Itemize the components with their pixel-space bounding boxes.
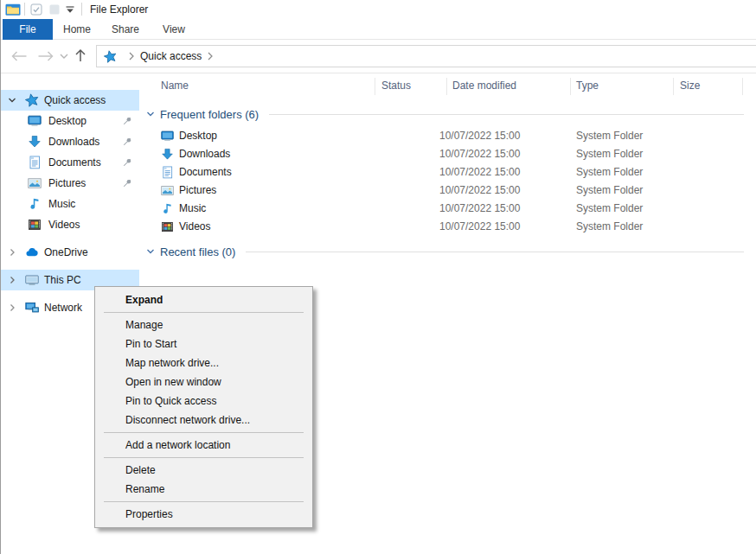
tab-share[interactable]: Share: [101, 19, 150, 40]
file-row-documents[interactable]: Documents 10/07/2022 15:00 System Folder: [142, 163, 756, 181]
column-divider[interactable]: [446, 78, 447, 95]
downloads-icon: [161, 148, 174, 161]
videos-icon: [28, 218, 42, 232]
menu-separator: [104, 501, 304, 502]
file-type: System Folder: [576, 200, 643, 218]
menu-item-pin-to-start[interactable]: Pin to Start: [95, 334, 312, 353]
group-header-label: Frequent folders (6): [160, 108, 259, 121]
breadcrumb-chevron-icon[interactable]: [129, 52, 134, 60]
group-header-rule: [246, 252, 744, 252]
sidebar-item-label: Documents: [48, 152, 101, 173]
file-row-videos[interactable]: Videos 10/07/2022 15:00 System Folder: [142, 218, 756, 236]
column-header-size[interactable]: Size: [680, 73, 700, 98]
file-row-music[interactable]: Music 10/07/2022 15:00 System Folder: [142, 200, 756, 218]
navigation-bar: Quick access: [1, 40, 756, 73]
music-icon: [28, 197, 42, 211]
properties-icon[interactable]: [30, 3, 42, 16]
sidebar-item-downloads[interactable]: Downloads: [1, 131, 139, 152]
sidebar-item-label: OneDrive: [44, 242, 88, 263]
titlebar-separator: [24, 3, 25, 16]
breadcrumb-chevron-icon[interactable]: [208, 52, 213, 60]
customize-qat-dropdown-icon[interactable]: [66, 6, 74, 14]
breadcrumb-location[interactable]: Quick access: [140, 50, 202, 62]
address-bar[interactable]: Quick access: [96, 45, 756, 67]
sidebar-item-label: Music: [48, 194, 75, 214]
sidebar-item-documents[interactable]: Documents: [1, 152, 139, 173]
sidebar-item-onedrive[interactable]: OneDrive: [1, 242, 139, 263]
chevron-down-icon[interactable]: [146, 247, 155, 256]
menu-item-pin-to-quick-access[interactable]: Pin to Quick access: [95, 392, 312, 411]
file-name: Pictures: [179, 181, 216, 200]
column-divider[interactable]: [375, 78, 375, 95]
menu-separator: [104, 432, 304, 433]
back-icon[interactable]: [11, 51, 27, 61]
menu-item-map-network-drive[interactable]: Map network drive...: [95, 353, 312, 373]
tab-view[interactable]: View: [150, 19, 198, 40]
titlebar-separator: [81, 3, 82, 16]
column-divider[interactable]: [570, 78, 571, 95]
up-icon[interactable]: [74, 48, 86, 62]
menu-item-delete[interactable]: Delete: [95, 461, 312, 480]
context-menu: Expand Manage Pin to Start Map network d…: [94, 286, 313, 528]
menu-item-disconnect-network-drive[interactable]: Disconnect network drive...: [95, 411, 312, 430]
menu-item-open-in-new-window[interactable]: Open in new window: [95, 373, 312, 392]
menu-item-manage[interactable]: Manage: [95, 315, 312, 334]
sidebar-item-desktop[interactable]: Desktop: [1, 111, 139, 131]
column-header-date-modified[interactable]: Date modified: [452, 73, 516, 98]
sidebar-item-music[interactable]: Music: [1, 194, 139, 214]
file-row-pictures[interactable]: Pictures 10/07/2022 15:00 System Folder: [142, 181, 756, 200]
pin-icon: [122, 116, 132, 126]
file-explorer-window: File Explorer File Home Share View Quic: [0, 0, 756, 554]
recent-locations-chevron-icon[interactable]: [60, 54, 68, 59]
title-bar: File Explorer: [1, 0, 756, 19]
column-header-name[interactable]: Name: [161, 73, 189, 98]
file-name: Videos: [179, 218, 210, 236]
file-name: Music: [179, 200, 206, 218]
documents-icon: [28, 156, 42, 169]
quick-access-star-icon: [104, 50, 117, 63]
group-header-frequent-folders[interactable]: Frequent folders (6): [142, 105, 744, 123]
pictures-icon: [161, 184, 174, 197]
chevron-down-icon[interactable]: [146, 110, 155, 118]
sidebar-item-label: Desktop: [48, 111, 86, 131]
downloads-icon: [28, 135, 42, 149]
column-header-status[interactable]: Status: [381, 73, 411, 98]
menu-item-expand[interactable]: Expand: [95, 290, 312, 309]
date-modified: 10/07/2022 15:00: [439, 163, 520, 181]
chevron-right-icon[interactable]: [8, 276, 16, 284]
this-pc-monitor-icon: [25, 273, 39, 287]
forward-icon[interactable]: [38, 51, 54, 61]
group-header-recent-files[interactable]: Recent files (0): [142, 243, 744, 260]
pin-icon: [122, 137, 132, 147]
file-name: Downloads: [179, 145, 230, 163]
ribbon-tab-bar: File Home Share View: [1, 19, 756, 40]
sidebar-item-label: Pictures: [48, 173, 86, 194]
sidebar-item-pictures[interactable]: Pictures: [1, 173, 139, 194]
pin-icon: [122, 157, 132, 168]
tab-file[interactable]: File: [3, 19, 53, 40]
pictures-icon: [28, 176, 42, 190]
file-explorer-icon: [5, 3, 21, 16]
desktop-icon: [28, 114, 42, 128]
chevron-right-icon[interactable]: [8, 248, 16, 257]
file-row-downloads[interactable]: Downloads 10/07/2022 15:00 System Folder: [142, 145, 756, 163]
tab-home[interactable]: Home: [53, 19, 101, 40]
chevron-down-icon[interactable]: [8, 96, 16, 105]
menu-item-add-a-network-location[interactable]: Add a network location: [95, 436, 312, 455]
onedrive-cloud-icon: [25, 245, 39, 259]
date-modified: 10/07/2022 15:00: [439, 200, 520, 218]
sidebar-item-videos[interactable]: Videos: [1, 214, 139, 235]
sidebar-item-quick-access[interactable]: Quick access: [1, 90, 139, 111]
file-name: Desktop: [179, 127, 217, 145]
menu-item-rename[interactable]: Rename: [95, 480, 312, 499]
sidebar-item-label: Downloads: [48, 131, 99, 152]
menu-separator: [104, 457, 304, 458]
menu-item-properties[interactable]: Properties: [95, 505, 312, 524]
file-type: System Folder: [576, 163, 643, 181]
column-header-type[interactable]: Type: [576, 73, 599, 98]
column-divider[interactable]: [742, 78, 743, 95]
new-folder-icon[interactable]: [48, 3, 61, 16]
column-divider[interactable]: [673, 78, 674, 95]
file-row-desktop[interactable]: Desktop 10/07/2022 15:00 System Folder: [142, 127, 756, 145]
chevron-right-icon[interactable]: [8, 303, 16, 312]
